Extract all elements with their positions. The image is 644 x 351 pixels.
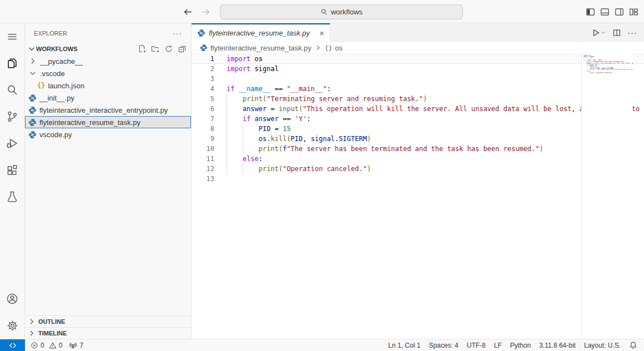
breadcrumb-symbol[interactable]: os	[335, 44, 343, 52]
tree-item--pycache-[interactable]: __pycache__	[25, 55, 191, 67]
code-token: print(	[243, 95, 266, 103]
cursor-position[interactable]: Ln 1, Col 1	[388, 342, 420, 349]
code-token: "__main__"	[286, 85, 326, 93]
run-debug-icon[interactable]	[0, 130, 24, 157]
keyboard-layout[interactable]: Layout: U.S.	[584, 342, 621, 349]
chevron-right-icon	[314, 44, 322, 52]
outline-section-header[interactable]: OUTLINE	[25, 315, 191, 327]
split-editor-icon[interactable]	[612, 28, 621, 37]
timeline-section-header[interactable]: TIMELINE	[25, 327, 191, 339]
eol-setting[interactable]: LF	[494, 342, 502, 349]
tree-item-flyteinteractive-resume-task-py[interactable]: flyteinteractive_resume_task.py	[25, 116, 191, 128]
code-line-13[interactable]: 13	[192, 174, 644, 184]
settings-gear-icon[interactable]	[0, 312, 24, 339]
editor-more-actions-icon[interactable]: ···	[627, 28, 637, 37]
minimap[interactable]: import osimport signalif __name__ == "__…	[581, 54, 633, 339]
new-file-icon[interactable]	[138, 44, 147, 53]
python-file-icon	[200, 44, 208, 52]
code-line-2[interactable]: 2import signal	[192, 64, 644, 74]
python-file-icon	[28, 106, 37, 114]
code-line-8[interactable]: 8 PID = 15	[192, 124, 644, 134]
toggle-primary-sidebar-icon[interactable]	[585, 7, 595, 17]
source-control-icon[interactable]	[0, 103, 24, 130]
code-token: print(	[590, 72, 595, 74]
code-token: signal	[311, 135, 335, 143]
line-content: import os	[227, 54, 263, 64]
tree-item-launch-json[interactable]: {}launch.json	[25, 79, 191, 92]
testing-icon[interactable]	[0, 183, 24, 210]
code-line-5[interactable]: 5 print("Terminating server and resuming…	[192, 94, 644, 104]
refresh-explorer-icon[interactable]	[164, 44, 173, 53]
line-content: print(f"The server has been terminated a…	[227, 144, 544, 154]
encoding-setting[interactable]: UTF-8	[467, 342, 486, 349]
explorer-icon[interactable]	[0, 50, 24, 77]
code-line-7[interactable]: 7 if answer == 'Y':	[192, 114, 644, 124]
workflows-section-header[interactable]: WORKFLOWS	[25, 43, 191, 55]
code-token: ,	[303, 135, 310, 143]
search-view-icon[interactable]	[0, 77, 24, 103]
toggle-panel-icon[interactable]	[600, 7, 610, 17]
code-line-11[interactable]: 11 else:	[192, 154, 644, 164]
code-token: PID	[259, 125, 271, 133]
remote-indicator[interactable]	[0, 339, 25, 351]
code-token: answer	[243, 105, 266, 113]
code-token: kill(	[270, 135, 290, 143]
file-name: flyteinteractive_resume_task.py	[39, 118, 140, 127]
code-token: "Terminating server and resuming task."	[266, 95, 423, 103]
code-line-9[interactable]: 9 os.kill(PID, signal.SIGTERM)	[192, 134, 644, 144]
code-token: "Operation canceled."	[283, 165, 367, 173]
explorer-more-actions-icon[interactable]: ···	[173, 29, 182, 38]
code-line-3[interactable]: 3	[192, 74, 644, 84]
account-icon[interactable]	[0, 285, 24, 312]
tree-item-vscode-py[interactable]: vscode.py	[25, 128, 191, 141]
code-line-10[interactable]: 10 print(f"The server has been terminate…	[192, 144, 644, 154]
tree-item-flyteinteractive-interactive-entrypoint-py[interactable]: flyteinteractive_interactive_entrypoint.…	[25, 104, 191, 116]
line-number: 8	[192, 124, 214, 134]
code-token: __name__	[239, 85, 271, 93]
new-folder-icon[interactable]	[151, 44, 160, 53]
run-dropdown-chevron-icon	[600, 29, 606, 36]
forwarded-ports-indicator[interactable]: 7	[69, 341, 83, 349]
command-center-search[interactable]: workflows	[220, 4, 463, 19]
indentation-setting[interactable]: Spaces: 4	[429, 342, 458, 349]
code-token: os	[250, 55, 263, 63]
minimap-line	[583, 74, 633, 76]
code-token: )	[423, 95, 427, 103]
code-line-6[interactable]: 6 answer = input("This operation will ki…	[192, 104, 644, 114]
breadcrumb-file[interactable]: flyteinteractive_resume_task.py	[210, 44, 311, 52]
python-interpreter[interactable]: 3.11.8 64-bit	[539, 342, 576, 349]
code-line-4[interactable]: 4if __name__ == "__main__":	[192, 84, 644, 94]
code-token	[227, 125, 259, 133]
collapse-folders-icon[interactable]	[178, 44, 187, 53]
notifications-bell-icon[interactable]	[629, 341, 637, 349]
line-number: 6	[192, 104, 214, 114]
code-editor[interactable]: 1import os2import signal34if __name__ ==…	[192, 54, 644, 339]
line-content: if __name__ == "__main__":	[227, 84, 331, 94]
extensions-icon[interactable]	[0, 157, 24, 183]
code-line-12[interactable]: 12 print("Operation canceled.")	[192, 164, 644, 174]
language-mode[interactable]: Python	[510, 342, 531, 349]
error-count: 0	[41, 342, 44, 349]
code-token: 'Y'	[295, 115, 307, 123]
status-bar-left: 0 0 7	[31, 341, 83, 349]
navigate-forward-icon[interactable]	[201, 7, 210, 17]
code-line-1[interactable]: 1import os	[192, 54, 644, 64]
navigate-back-icon[interactable]	[183, 7, 193, 17]
code-token	[227, 145, 259, 153]
problems-indicator[interactable]: 0 0	[31, 342, 62, 349]
tree-item--vscode[interactable]: .vscode	[25, 67, 191, 79]
tree-item--init-py[interactable]: __init__.py	[25, 92, 191, 104]
python-file-icon	[28, 94, 37, 102]
activity-bar	[0, 23, 25, 339]
chevron-down-icon	[28, 69, 37, 78]
code-token: signal	[588, 56, 595, 58]
menu-icon[interactable]	[0, 23, 24, 50]
run-python-file-button[interactable]	[591, 28, 606, 37]
code-token: )	[367, 165, 371, 173]
code-token: "This operation will kill the server. Al…	[600, 63, 633, 64]
tab-close-icon[interactable]: ×	[319, 29, 324, 37]
toggle-secondary-sidebar-icon[interactable]	[614, 7, 624, 17]
customize-layout-icon[interactable]	[628, 7, 638, 17]
tab-flyteinteractive-resume-task[interactable]: flyteinteractive_resume_task.py ×	[192, 23, 330, 42]
code-token: else	[243, 155, 259, 163]
